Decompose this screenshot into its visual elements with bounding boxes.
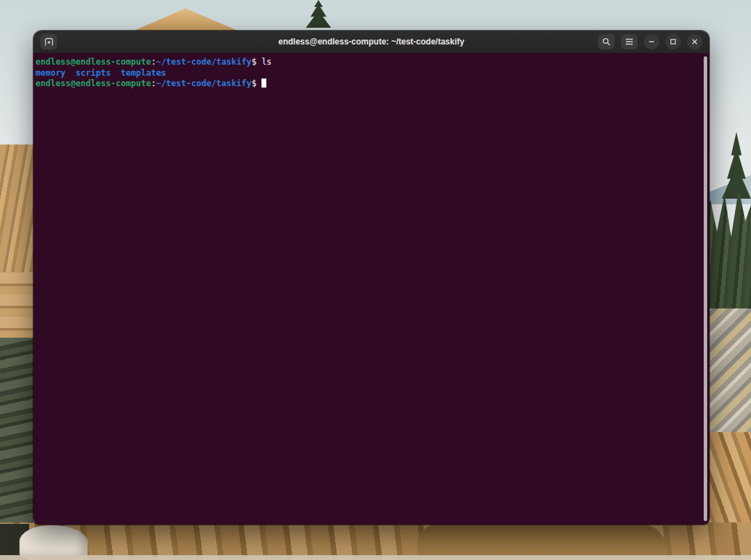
minimize-button[interactable] [644, 34, 659, 49]
wallpaper-ground-edge [0, 555, 751, 560]
prompt-path: ~/test-code/taskify [156, 57, 251, 67]
wallpaper-beams [0, 272, 33, 339]
prompt-symbol: $ [252, 79, 261, 88]
terminal-scrollbar[interactable] [704, 56, 707, 521]
maximize-button[interactable] [665, 34, 681, 49]
terminal-window: endless@endless-compute: ~/test-code/tas… [33, 31, 709, 525]
command-text: ls [261, 57, 271, 67]
prompt-path: ~/test-code/taskify [156, 79, 251, 88]
new-tab-icon [45, 38, 54, 46]
menu-button[interactable] [621, 34, 638, 49]
maximize-icon [670, 38, 677, 45]
close-button[interactable] [687, 34, 702, 49]
terminal-content[interactable]: endless@endless-compute:~/test-code/task… [33, 53, 709, 525]
prompt-user: endless@endless-compute [35, 57, 151, 67]
titlebar[interactable]: endless@endless-compute: ~/test-code/tas… [33, 31, 709, 53]
terminal-cursor [261, 79, 266, 88]
hamburger-menu-icon [625, 38, 633, 45]
minimize-icon [648, 38, 655, 45]
prompt-line-1: endless@endless-compute:~/test-code/task… [35, 57, 702, 68]
prompt-symbol: $ [252, 57, 261, 67]
new-tab-button[interactable] [40, 34, 57, 49]
search-button[interactable] [598, 34, 615, 49]
close-icon [691, 38, 698, 45]
prompt-user: endless@endless-compute [35, 79, 151, 88]
wallpaper-rock-scree [704, 308, 751, 445]
prompt-line-2: endless@endless-compute:~/test-code/task… [35, 79, 702, 90]
wallpaper-shingles [0, 145, 33, 274]
search-icon [602, 38, 611, 46]
ls-output: memory scripts templates [35, 68, 702, 79]
